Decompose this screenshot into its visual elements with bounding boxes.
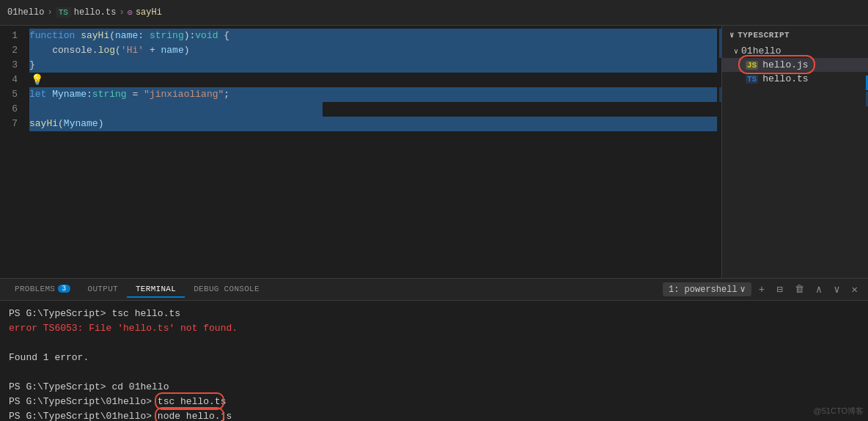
sidebar-chevron: ∨ [729,30,735,40]
tab-terminal[interactable]: TERMINAL [127,282,185,298]
terminal-name: 1: powershell [669,285,738,295]
node-command-wrapper: node hello.js [158,409,232,421]
split-terminal-button[interactable]: ⊟ [772,282,787,297]
panel-actions: 1: powershell ∨ + ⊟ 🗑 ∧ ∨ ✕ [663,282,862,297]
tab-output[interactable]: OUTPUT [79,282,127,298]
code-line-1: function sayHi(name: string):void { [29,29,717,43]
sidebar-folder-01hello[interactable]: ∨ 01hello [722,44,868,58]
file-name-ts: hello.ts [762,73,808,84]
line-numbers: 1 2 3 4 5 6 7 [0,29,26,278]
close-panel-button[interactable]: ✕ [847,282,862,297]
tab-problems[interactable]: PROBLEMS 3 [6,282,79,298]
breadcrumb-sep1: › [47,7,52,18]
terminal-line-5 [9,365,859,380]
code-content[interactable]: function sayHi(name: string):void { cons… [26,29,717,278]
ts-file-icon: TS [746,75,758,84]
editor-area: 1 2 3 4 5 6 7 function sayHi(name: strin… [0,26,721,278]
code-line-6 [29,102,717,117]
terminal-line-7: PS G:\TypeScript\01hello> tsc hello.ts [9,395,859,409]
main-area: 1 2 3 4 5 6 7 function sayHi(name: strin… [0,26,868,278]
problems-badge: 3 [58,285,70,293]
minimize-panel-button[interactable]: ∨ [829,282,844,297]
code-line-5: let Myname:string = "jinxiaoliang"; [29,87,717,102]
terminal-line-2: error TS6053: File 'hello.ts' not found. [9,321,859,336]
code-container: 1 2 3 4 5 6 7 function sayHi(name: strin… [0,26,721,278]
delete-terminal-button[interactable]: 🗑 [790,282,809,296]
file-name-js: hello.js [762,59,808,70]
sidebar-title: TypeScript [738,31,790,40]
breadcrumb: 01hello › TS hello.ts › ⊙ sayHi [7,7,162,18]
breadcrumb-file: hello.ts [74,7,117,18]
breadcrumb-folder: 01hello [7,7,44,18]
breadcrumb-symbol-icon: ⊙ [128,7,133,18]
panel-tabs: PROBLEMS 3 OUTPUT TERMINAL DEBUG CONSOLE… [0,279,868,301]
term-cd-text: PS G:\TypeScript> cd 01hello [9,380,169,395]
term-node-cmd: node hello.js [158,411,232,421]
terminal-content[interactable]: PS G:\TypeScript> tsc hello.ts error TS6… [0,301,868,421]
breadcrumb-ts-label: TS [56,7,71,18]
code-line-2: console.log('Hi' + name) [29,43,717,58]
folder-chevron: ∨ [734,47,738,56]
tab-debug-label: DEBUG CONSOLE [194,285,260,293]
terminal-line-4: Found 1 error. [9,351,859,365]
code-line-3: } [29,58,717,73]
bottom-panel: PROBLEMS 3 OUTPUT TERMINAL DEBUG CONSOLE… [0,278,868,421]
term-blank-1 [9,336,15,351]
js-file-icon: JS [746,61,758,70]
watermark: @51CTO博客 [814,406,864,417]
folder-name: 01hello [741,45,781,56]
hint-icon: 💡 [31,73,43,87]
term-blank-2 [9,365,15,380]
new-terminal-button[interactable]: + [754,282,769,297]
terminal-line-1: PS G:\TypeScript> tsc hello.ts [9,307,859,321]
tab-bar: 01hello › TS hello.ts › ⊙ sayHi [0,0,868,26]
code-line-4: 💡 [29,73,717,87]
sidebar-item-hello-js[interactable]: JS hello.js [722,58,868,72]
sidebar-item-hello-ts[interactable]: TS hello.ts [722,72,868,86]
sidebar-header: ∨ TypeScript [722,26,868,44]
terminal-selector[interactable]: 1: powershell ∨ [663,282,751,296]
tsc-command-wrapper: tsc hello.ts [158,395,227,409]
term-node-prompt: PS G:\TypeScript\01hello> [9,409,158,421]
breadcrumb-symbol: sayHi [136,7,162,18]
tab-problems-label: PROBLEMS [15,285,55,293]
term-error-text: error TS6053: File 'hello.ts' not found. [9,321,238,336]
terminal-line-8: PS G:\TypeScript\01hello> node hello.js [9,409,859,421]
sidebar: ∨ TypeScript ∨ 01hello JS hello.js TS he… [721,26,868,278]
terminal-line-6: PS G:\TypeScript> cd 01hello [9,380,859,395]
tab-debug-console[interactable]: DEBUG CONSOLE [185,282,268,298]
term-text-1: PS G:\TypeScript> tsc hello.ts [9,307,180,321]
term-tsc-cmd: tsc hello.ts [158,396,227,407]
sidebar-section: ∨ 01hello JS hello.js TS hello.ts [722,44,868,86]
terminal-chevron: ∨ [740,284,746,295]
tab-output-label: OUTPUT [88,285,118,293]
terminal-line-3 [9,336,859,351]
breadcrumb-sep2: › [119,7,124,18]
tab-terminal-label: TERMINAL [136,285,176,293]
term-tsc-prompt: PS G:\TypeScript\01hello> [9,395,158,409]
term-found-text: Found 1 error. [9,351,89,365]
maximize-panel-button[interactable]: ∧ [812,282,826,297]
code-line-7: sayHi(Myname) [29,117,717,131]
